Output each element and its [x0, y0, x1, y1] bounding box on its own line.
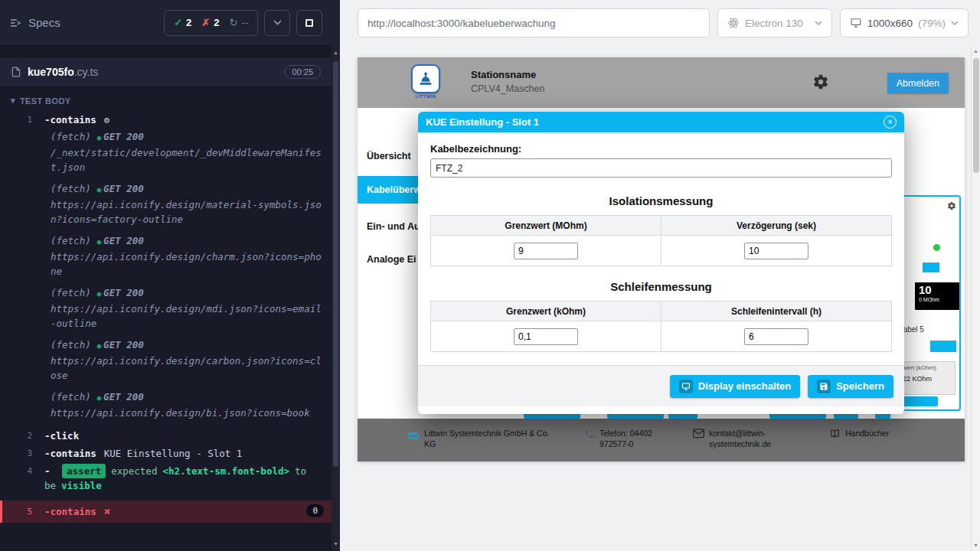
save-label: Speichern [836, 380, 884, 392]
status-dot-icon: ● [97, 342, 101, 350]
phone-icon [584, 429, 595, 439]
footer-manuals[interactable]: Handbücher [829, 428, 889, 439]
command-row-contains-gear[interactable]: 1 -contains⚙ [0, 111, 332, 129]
footer-company: Littwin Systemtechnik GmbH & Co. KG [408, 428, 554, 449]
cable-designation-label: Kabelbezeichnung: [430, 143, 892, 155]
specs-menu[interactable]: Specs [9, 16, 60, 29]
stat-pending: ↻-- [229, 17, 248, 28]
stage-toolbar: Electron 130 1000x660 (79%) [340, 0, 980, 46]
isolation-heading: Isolationsmessung [430, 194, 892, 207]
assert-text: expected [111, 465, 157, 477]
slot-display-value: 10 [919, 284, 956, 296]
scrollbar-thumb[interactable] [333, 61, 338, 467]
reporter-scrollbar[interactable]: ▲ ▼ [332, 0, 340, 551]
scrollbar-thumb[interactable] [973, 58, 979, 173]
failed-count: 2 [214, 17, 219, 28]
settings-gear-button[interactable] [812, 73, 829, 93]
iso-delay-input[interactable] [744, 243, 808, 259]
fetch-log-row[interactable]: (fetch)●GET 200 https://api.iconify.desi… [51, 390, 324, 420]
slot-gear-icon[interactable] [947, 200, 956, 214]
spec-duration: 00:25 [284, 65, 321, 79]
page-scrollbar[interactable]: ▲ ▼ [971, 46, 980, 551]
reporter-header: Specs ✓2 ✗2 ↻-- [0, 0, 332, 46]
stat-failed: ✗2 [201, 17, 219, 28]
fetch-status: GET 200 [103, 183, 144, 194]
modal-body: Kabelbezeichnung: Isolationsmessung Gren… [418, 132, 904, 352]
company-logo: LITTWIN [410, 64, 442, 99]
command-number: 3 [0, 446, 44, 461]
command-name: -contains [44, 114, 96, 126]
chevron-down-icon [273, 20, 282, 25]
status-dot-icon [933, 244, 940, 251]
slot-button-partial[interactable] [903, 396, 938, 406]
fetch-log-row[interactable]: (fetch)●GET 200 https://api.iconify.desi… [51, 285, 324, 331]
app-footer: Littwin Systemtechnik GmbH & Co. KG Tele… [358, 419, 965, 461]
screen: Specs ✓2 ✗2 ↻-- kue705fo.cy.ts 00:25 ▾ T… [0, 0, 980, 551]
command-row-assert[interactable]: 4 - assertexpected<h2.text-sm.font-bold>… [0, 462, 332, 494]
modal-close-button[interactable]: × [884, 116, 897, 129]
command-name: -contains [44, 448, 96, 459]
chevron-down-icon [951, 21, 959, 25]
loop-col-limit: Grenzwert (kOhm) [431, 302, 662, 321]
test-body-section[interactable]: ▾ TEST BODY [0, 86, 332, 111]
assert-badge: assert [62, 464, 106, 478]
status-dot-icon: ● [97, 394, 101, 402]
viewport-scale: (79%) [918, 18, 946, 29]
footer-email[interactable]: kontakt@littwin-systemtechnik.de [693, 428, 789, 449]
footer-company-text: Littwin Systemtechnik GmbH & Co. KG [424, 428, 554, 449]
scroll-up-icon[interactable]: ▲ [972, 47, 980, 55]
status-dot-icon: ● [97, 134, 101, 142]
logout-button[interactable]: Abmelden [887, 73, 949, 93]
slot-metric-box: wert (kOhm) 22 KOhm [899, 361, 956, 395]
slot-chip[interactable] [930, 341, 956, 352]
status-dot-icon: ● [97, 290, 101, 298]
loop-col-interval: Schleifenintervall (h) [662, 302, 892, 321]
assert-expected: visible [61, 480, 102, 491]
loop-limit-input[interactable] [514, 328, 578, 345]
loop-interval-input[interactable] [744, 328, 808, 345]
app-header: LITTWIN Stationsname CPLV4_Maschen Abmel… [358, 57, 965, 108]
book-icon [829, 429, 841, 439]
fetch-url: https://api.iconify.design/material-symb… [51, 199, 322, 225]
email-icon [693, 429, 704, 439]
command-name: - [44, 465, 51, 477]
fetch-log-row[interactable]: (fetch)●GET 200 /_next/static/developmen… [51, 129, 324, 174]
collapse-all-button[interactable] [264, 10, 290, 36]
passed-count: 2 [186, 17, 191, 28]
display-on-label: Display einschalten [698, 380, 791, 392]
scroll-down-icon[interactable]: ▼ [332, 540, 340, 548]
viewport-select[interactable]: 1000x660 (79%) [840, 8, 969, 37]
spec-name: kue705fo [28, 66, 74, 78]
fetch-status: GET 200 [103, 287, 144, 298]
fetch-log-row[interactable]: (fetch)●GET 200 https://api.iconify.desi… [51, 337, 324, 383]
iso-limit-input[interactable] [514, 243, 578, 259]
stat-passed: ✓2 [174, 17, 191, 28]
pending-count: -- [241, 17, 248, 28]
command-number: 1 [0, 112, 44, 127]
stop-run-button[interactable] [296, 10, 322, 36]
command-number: 5 [2, 504, 44, 519]
fetch-url: https://api.iconify.design/charm.json?ic… [51, 251, 322, 277]
fetch-log-row[interactable]: (fetch)●GET 200 https://api.iconify.desi… [51, 181, 324, 227]
url-input[interactable] [358, 8, 710, 37]
cable-designation-input[interactable] [430, 158, 892, 178]
loop-table: Grenzwert (kOhm) Schleifenintervall (h) [430, 301, 892, 352]
loop-heading: Schleifenmessung [430, 280, 892, 293]
check-icon: ✓ [174, 17, 182, 28]
scroll-up-icon[interactable]: ▲ [332, 49, 340, 57]
fetch-log-row[interactable]: (fetch)●GET 200 https://api.iconify.desi… [51, 233, 324, 279]
command-row-contains-failed[interactable]: 5 -contains × 0 [0, 500, 332, 523]
command-row-contains-title[interactable]: 3 -containsKUE Einstellung - Slot 1 [0, 445, 332, 462]
save-button[interactable]: Speichern [808, 375, 893, 398]
modal-title: KUE Einstellung - Slot 1 [426, 116, 539, 128]
command-row-click[interactable]: 2 -click [0, 427, 332, 445]
fetch-type: (fetch) [51, 339, 91, 350]
display-icon [679, 380, 693, 393]
command-name: -contains [44, 504, 96, 519]
fetch-url: https://api.iconify.design/bi.json?icons… [51, 407, 310, 419]
browser-select[interactable]: Electron 130 [717, 8, 832, 37]
scroll-down-icon[interactable]: ▼ [972, 542, 980, 549]
spec-file-row[interactable]: kue705fo.cy.ts 00:25 [0, 57, 332, 86]
display-on-button[interactable]: Display einschalten [670, 375, 800, 398]
fetch-status: GET 200 [103, 339, 144, 350]
